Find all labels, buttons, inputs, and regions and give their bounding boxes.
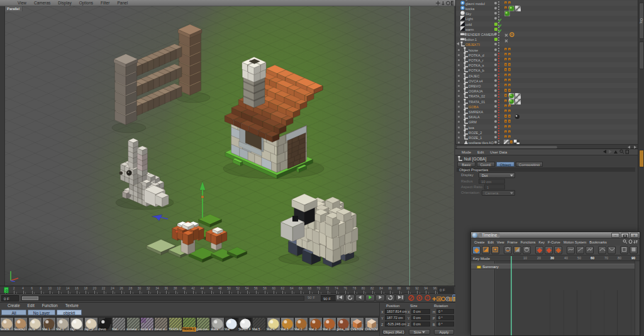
svg-text:7: 7 <box>426 296 428 300</box>
